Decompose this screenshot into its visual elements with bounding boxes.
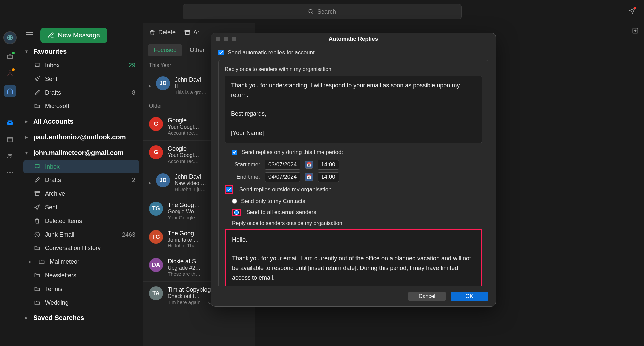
- contacts-only-label: Send only to my Contacts: [241, 198, 305, 205]
- send-auto-label: Send automatic replies for account: [228, 49, 315, 56]
- outside-org-checkbox[interactable]: [226, 187, 232, 192]
- ext-label: Reply once to senders outside my organis…: [232, 220, 482, 226]
- modal-title-bar: Automatic Replies: [211, 33, 496, 45]
- org-reply-textarea[interactable]: Thank you for understanding, I will resp…: [225, 76, 482, 143]
- end-time-label: End time:: [232, 174, 260, 180]
- modal-overlay: Automatic Replies Send automatic replies…: [0, 0, 644, 346]
- time-period-label: Send replies only during this time perio…: [241, 149, 343, 156]
- cancel-button[interactable]: Cancel: [408, 292, 446, 301]
- ext-reply-textarea[interactable]: Hello,Thank you for your email. I am cur…: [225, 229, 482, 286]
- traffic-lights[interactable]: [216, 37, 236, 41]
- time-period-checkbox[interactable]: [232, 150, 237, 155]
- calendar-icon[interactable]: 📅: [305, 173, 313, 181]
- start-time-label: Start time:: [232, 161, 260, 168]
- org-label: Reply once to senders within my organisa…: [225, 66, 482, 72]
- end-date-input[interactable]: 04/07/2024: [265, 172, 300, 182]
- all-external-label: Send to all external senders: [246, 209, 316, 216]
- modal-title: Automatic Replies: [329, 36, 378, 42]
- calendar-icon[interactable]: 📅: [305, 161, 313, 169]
- all-external-radio[interactable]: [234, 210, 239, 215]
- maximize-icon[interactable]: [232, 37, 236, 41]
- outside-org-label: Send replies outside my organisation: [239, 186, 332, 193]
- end-time-input[interactable]: 14:00: [318, 172, 339, 182]
- minimize-icon[interactable]: [224, 37, 228, 41]
- contacts-only-radio[interactable]: [232, 199, 237, 204]
- start-date-input[interactable]: 03/07/2024: [265, 160, 300, 170]
- send-auto-checkbox[interactable]: [218, 50, 224, 55]
- ok-button[interactable]: OK: [451, 292, 488, 301]
- close-icon[interactable]: [216, 37, 220, 41]
- start-time-input[interactable]: 14:00: [318, 160, 339, 170]
- automatic-replies-modal: Automatic Replies Send automatic replies…: [211, 33, 496, 307]
